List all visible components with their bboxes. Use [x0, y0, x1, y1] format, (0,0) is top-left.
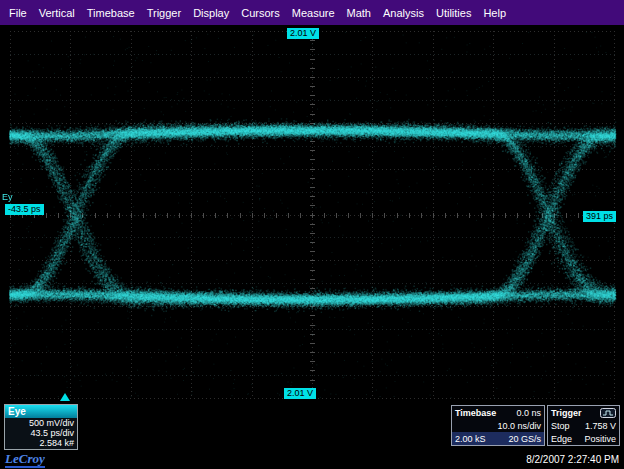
trigger-mode: Stop [551, 421, 570, 431]
waveform-display: 2.01 V 2.01 V Ey -43.5 ps 391 ps [0, 25, 624, 402]
eye-descriptor-body: 500 mV/div43.5 ps/div2.584 k# [5, 418, 77, 448]
left-time-cursor-label[interactable]: -43.5 ps [5, 204, 44, 215]
menu-item[interactable]: Timebase [81, 3, 141, 23]
menu-bar: FileVerticalTimebaseTriggerDisplayCursor… [0, 0, 624, 25]
menu-item[interactable]: Help [477, 3, 512, 23]
timebase-sampling-row: 2.00 kS 20 GS/s [452, 432, 544, 445]
status-footer: LeCroy 8/2/2007 2:27:40 PM [0, 450, 624, 469]
eye-diagram-canvas [0, 25, 624, 402]
descriptor-line: 500 mV/div [5, 418, 77, 428]
top-voltage-cursor-label[interactable]: 2.01 V [287, 28, 319, 39]
menu-item[interactable]: Cursors [235, 3, 286, 23]
eye-trace-indicator: Ey [2, 192, 13, 202]
timebase-title: Timebase [455, 408, 496, 418]
descriptor-line: 43.5 ps/div [5, 428, 77, 438]
timebase-header-row: Timebase 0.0 ns [452, 406, 544, 419]
trigger-type-row: Edge Positive [548, 432, 619, 445]
descriptor-line: 2.584 k# [5, 438, 77, 448]
menu-item[interactable]: File [3, 3, 33, 23]
trace-position-marker[interactable] [60, 393, 70, 401]
menu-item[interactable]: Vertical [33, 3, 81, 23]
oscilloscope-screen: FileVerticalTimebaseTriggerDisplayCursor… [0, 0, 624, 469]
trigger-header-row: Trigger [548, 406, 619, 419]
lecroy-logo: LeCroy [5, 452, 45, 468]
timestamp: 8/2/2007 2:27:40 PM [526, 454, 619, 465]
menu-item[interactable]: Measure [286, 3, 341, 23]
trigger-title: Trigger [551, 408, 582, 418]
trigger-slope: Positive [584, 434, 616, 444]
menu-item[interactable]: Math [341, 3, 377, 23]
bottom-voltage-cursor-label[interactable]: 2.01 V [284, 388, 316, 399]
menu-item[interactable]: Trigger [141, 3, 187, 23]
menu-item[interactable]: Utilities [430, 3, 477, 23]
eye-descriptor-box[interactable]: Eye 500 mV/div43.5 ps/div2.584 k# [4, 404, 78, 450]
timebase-rate: 20 GS/s [508, 434, 541, 444]
trigger-type: Edge [551, 434, 572, 444]
menu-item[interactable]: Display [187, 3, 235, 23]
trigger-level: 1.758 V [585, 421, 616, 431]
eye-descriptor-title: Eye [5, 405, 77, 418]
right-time-cursor-label[interactable]: 391 ps [583, 211, 616, 222]
trigger-box[interactable]: Trigger Stop 1.758 V Edge Positive [547, 405, 620, 446]
timebase-samples: 2.00 kS [455, 434, 486, 444]
menu-item[interactable]: Analysis [377, 3, 430, 23]
timebase-scale-row: 10.0 ns/div [452, 419, 544, 432]
trigger-mode-row: Stop 1.758 V [548, 419, 619, 432]
timebase-scale: 10.0 ns/div [497, 421, 541, 431]
timebase-box[interactable]: Timebase 0.0 ns 10.0 ns/div 2.00 kS 20 G… [451, 405, 545, 446]
timebase-offset: 0.0 ns [516, 408, 541, 418]
trigger-source-icon [600, 408, 616, 418]
